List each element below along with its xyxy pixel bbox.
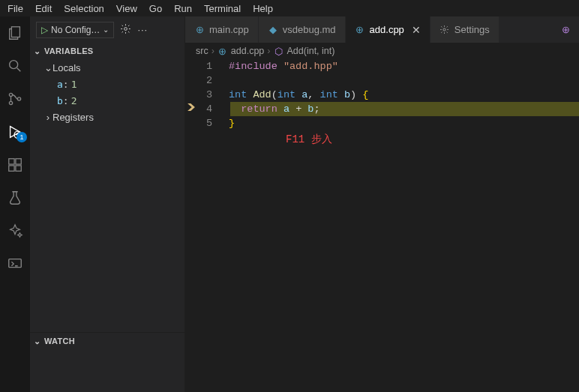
breadcrumb[interactable]: src › ⊕ add.cpp › ⬡ Add(int, int): [185, 43, 579, 59]
line-number: 4: [185, 102, 223, 116]
explorer-icon[interactable]: [6, 24, 24, 42]
variables-label: VARIABLES: [44, 46, 93, 55]
chevron-right-icon: ›: [44, 112, 52, 123]
tab-label: vsdebug.md: [283, 24, 336, 35]
debug-sidebar: ▷ No Config… ⌄ ··· ⌄ VARIABLES ⌄ Locals …: [30, 16, 185, 392]
search-icon[interactable]: [6, 57, 24, 75]
markdown-file-icon: ◆: [268, 25, 278, 35]
svg-rect-8: [16, 166, 21, 171]
registers-scope[interactable]: › Registers: [30, 109, 184, 125]
svg-rect-9: [16, 159, 21, 164]
code-content: #include "add.hpp" int Add(int a, int b)…: [229, 59, 579, 130]
locals-label: Locals: [52, 62, 81, 73]
svg-point-4: [17, 97, 20, 100]
gear-icon: [440, 25, 450, 35]
copilot-icon[interactable]: [6, 222, 24, 240]
var-name: a: [57, 79, 63, 90]
code-editor[interactable]: 1 2 3 4 5 #include "add.hpp" int Add(int…: [185, 59, 579, 392]
play-icon: ▷: [41, 25, 48, 35]
svg-point-11: [124, 27, 128, 30]
menu-bar: File Edit Selection View Go Run Terminal…: [0, 0, 579, 16]
menu-file[interactable]: File: [8, 3, 23, 14]
variables-section-header[interactable]: ⌄ VARIABLES: [30, 43, 184, 59]
cpp-file-icon: ⊕: [218, 46, 228, 56]
symbol-method-icon: ⬡: [274, 46, 284, 56]
var-value: 2: [71, 95, 77, 106]
menu-run[interactable]: Run: [174, 3, 192, 14]
menu-view[interactable]: View: [116, 3, 137, 14]
svg-point-1: [10, 61, 18, 69]
breadcrumb-item[interactable]: add.cpp: [231, 46, 264, 56]
line-number-gutter: 1 2 3 4 5: [185, 59, 223, 130]
line-number: 3: [185, 88, 223, 102]
svg-point-2: [9, 93, 12, 96]
chevron-down-icon: ⌄: [33, 337, 42, 346]
more-icon[interactable]: ···: [137, 24, 148, 35]
activity-bar: 1: [0, 16, 30, 392]
cpp-file-icon: ⊕: [194, 25, 205, 35]
testing-icon[interactable]: [6, 189, 24, 207]
chevron-down-icon: ⌄: [33, 46, 42, 56]
svg-rect-6: [9, 159, 14, 164]
var-value: 1: [71, 79, 77, 90]
variable-row[interactable]: b: 2: [30, 92, 184, 109]
line-number: 5: [185, 116, 223, 130]
tab-main-cpp[interactable]: ⊕ main.cpp: [185, 16, 259, 43]
debug-badge: 1: [16, 132, 27, 142]
cpp-file-icon: ⊕: [560, 25, 571, 35]
registers-label: Registers: [52, 112, 94, 123]
menu-edit[interactable]: Edit: [35, 3, 52, 14]
watch-section: ⌄ WATCH: [30, 332, 184, 392]
extensions-icon[interactable]: [6, 156, 24, 174]
menu-go[interactable]: Go: [149, 3, 162, 14]
cpp-file-icon: ⊕: [355, 25, 365, 35]
menu-terminal[interactable]: Terminal: [204, 3, 241, 14]
watch-section-header[interactable]: ⌄ WATCH: [30, 333, 184, 349]
chevron-right-icon: ›: [267, 46, 270, 56]
line-number: 2: [185, 73, 223, 88]
tab-label: Settings: [454, 24, 490, 35]
svg-point-3: [9, 101, 12, 104]
watch-label: WATCH: [44, 337, 75, 346]
debug-toolbar: ▷ No Config… ⌄ ···: [30, 16, 184, 43]
chevron-down-icon: ⌄: [103, 25, 109, 34]
tab-label: main.cpp: [209, 24, 249, 35]
editor-tabs: ⊕ main.cpp ◆ vsdebug.md ⊕ add.cpp ✕ Sett…: [185, 16, 579, 43]
remote-icon[interactable]: [6, 255, 24, 273]
variable-row[interactable]: a: 1: [30, 76, 184, 92]
tab-add-cpp[interactable]: ⊕ add.cpp ✕: [346, 16, 430, 43]
run-debug-icon[interactable]: 1: [6, 123, 24, 141]
chevron-right-icon: ›: [212, 46, 214, 56]
breadcrumb-item[interactable]: Add(int, int): [287, 46, 335, 56]
tab-vsdebug-md[interactable]: ◆ vsdebug.md: [259, 16, 346, 43]
debug-config-selector[interactable]: ▷ No Config… ⌄: [36, 22, 114, 38]
close-icon[interactable]: ✕: [412, 24, 421, 36]
svg-point-12: [443, 28, 446, 31]
locals-scope[interactable]: ⌄ Locals: [30, 59, 184, 76]
menu-help[interactable]: Help: [253, 3, 273, 14]
tab-settings[interactable]: Settings: [430, 16, 500, 43]
line-number: 1: [185, 59, 223, 73]
chevron-down-icon: ⌄: [44, 62, 52, 73]
source-control-icon[interactable]: [6, 90, 24, 108]
tab-label: add.cpp: [370, 24, 404, 35]
gear-icon[interactable]: [120, 23, 131, 37]
tab-overflow[interactable]: ⊕: [553, 16, 579, 43]
svg-rect-0: [11, 27, 20, 37]
config-name: No Config…: [51, 25, 100, 35]
menu-selection[interactable]: Selection: [64, 3, 104, 14]
var-name: b: [57, 95, 63, 106]
breadcrumb-item[interactable]: src: [196, 46, 208, 56]
annotation-text: F11 步入: [286, 133, 332, 147]
editor-area: ⊕ main.cpp ◆ vsdebug.md ⊕ add.cpp ✕ Sett…: [185, 16, 579, 392]
svg-rect-7: [9, 166, 14, 171]
